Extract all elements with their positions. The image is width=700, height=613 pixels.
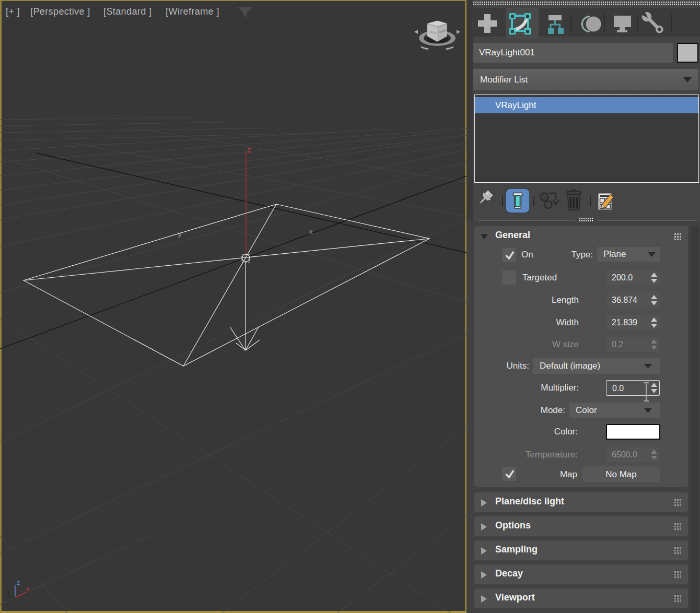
svg-text:x: x (309, 227, 313, 235)
svg-text:y: y (7, 587, 10, 595)
svg-text:z: z (17, 579, 20, 586)
svg-text:z: z (248, 146, 251, 154)
svg-text:x: x (26, 585, 30, 593)
